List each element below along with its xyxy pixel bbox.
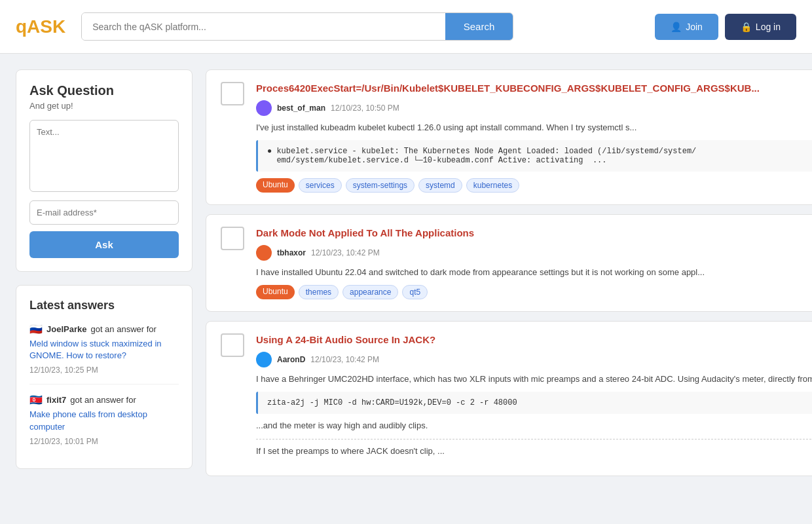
header: qASK Search 👤 Join 🔒 Log in [0,0,812,54]
answer-time: 12/10/23, 10:01 PM [29,437,98,446]
answer-user: 🇷🇺 JoelParke got an answer for [29,323,179,335]
login-button[interactable]: 🔒 Log in [725,14,796,40]
question-meta: AaronD 12/10/23, 10:42 PM [256,352,812,367]
question-text-input[interactable] [29,120,179,192]
tag-systemd[interactable]: systemd [418,178,462,193]
got-answer-text: got an answer for [90,324,156,334]
question-author: AaronD [277,355,305,364]
ask-question-subtitle: And get up! [29,101,179,111]
code-block: ● kubelet.service - kubelet: The Kuberne… [256,140,812,172]
question-card: Using A 24-Bit Audio Source In JACK? Aar… [206,321,812,476]
question-time: 12/10/23, 10:42 PM [311,248,380,257]
flag-icon: 🇰🇵 [29,394,43,406]
tag-ubuntu[interactable]: Ubuntu [256,285,295,299]
question-body-3: If I set the preamps to where JACK doesn… [256,445,812,458]
question-body: I've just installed kubeadm kubelet kube… [256,121,812,134]
search-button[interactable]: Search [445,13,513,40]
answer-user: 🇰🇵 fixit7 got an answer for [29,394,179,406]
search-bar: Search [81,12,513,41]
question-author: tbhaxor [277,248,306,257]
tag-appearance[interactable]: appearance [342,285,398,299]
answer-link[interactable]: Make phone calls from desktop computer [29,409,179,432]
ask-button[interactable]: Ask [29,231,179,258]
question-content: Dark Mode Not Applied To All The Applica… [256,227,812,299]
avatar [256,100,272,116]
vote-box [221,82,244,105]
question-meta: tbhaxor 12/10/23, 10:42 PM [256,245,812,261]
join-button[interactable]: 👤 Join [655,14,718,40]
latest-answers-title: Latest answers [29,299,179,312]
question-title[interactable]: Proces6420ExecStart=/Usr/Bin/Kubelet$KUB… [256,82,812,95]
question-vote [219,82,246,193]
question-body: I have installed Ubuntu 22.04 and switch… [256,266,812,279]
logo-q: q [16,16,27,37]
main-container: Ask Question And get up! Ask Latest answ… [0,54,812,501]
tag-qt5[interactable]: qt5 [402,285,428,299]
question-time: 12/10/23, 10:50 PM [331,103,399,113]
answer-link[interactable]: Meld window is stuck maximized in GNOME.… [29,338,179,362]
username: JoelParke [46,324,86,334]
flag-icon: 🇷🇺 [29,323,43,335]
username: fixit7 [46,395,66,405]
got-answer-text: got an answer for [70,395,136,405]
latest-answers-box: Latest answers 🇷🇺 JoelParke got an answe… [16,285,193,469]
avatar [256,352,272,367]
question-vote [219,333,246,464]
tag-system-settings[interactable]: system-settings [346,178,415,193]
question-card: Dark Mode Not Applied To All The Applica… [206,214,812,312]
code-block: zita-a2j -j MIC0 -d hw:CARD=U192k,DEV=0 … [256,392,812,414]
question-title[interactable]: Dark Mode Not Applied To All The Applica… [256,227,812,240]
logo-ask: ASK [27,16,65,37]
question-body-2: ...and the meter is way high and audibly… [256,419,812,432]
question-author: best_of_man [277,103,325,113]
vote-box [221,333,244,357]
tag-kubernetes[interactable]: kubernetes [466,178,519,193]
lock-icon: 🔒 [741,22,752,32]
question-tags: Ubuntu services system-settings systemd … [256,178,812,193]
answer-item: 🇷🇺 JoelParke got an answer for Meld wind… [29,323,179,384]
question-content: Using A 24-Bit Audio Source In JACK? Aar… [256,333,812,464]
question-content: Proces6420ExecStart=/Usr/Bin/Kubelet$KUB… [256,82,812,193]
tag-themes[interactable]: themes [299,285,339,299]
tag-services[interactable]: services [299,178,342,193]
sidebar: Ask Question And get up! Ask Latest answ… [16,69,193,485]
search-input[interactable] [82,13,445,40]
question-tags: Ubuntu themes appearance qt5 [256,285,812,299]
logo[interactable]: qASK [16,16,65,37]
tag-ubuntu[interactable]: Ubuntu [256,178,295,193]
question-title[interactable]: Using A 24-Bit Audio Source In JACK? [256,333,812,346]
question-body: I have a Behringer UMC202HD interface, w… [256,373,812,386]
question-card: Proces6420ExecStart=/Usr/Bin/Kubelet$KUB… [206,69,812,205]
user-icon: 👤 [671,22,682,32]
avatar [256,245,272,261]
ask-question-box: Ask Question And get up! Ask [16,69,193,272]
vote-box [221,227,244,250]
email-input[interactable] [29,200,179,225]
question-time: 12/10/23, 10:42 PM [310,355,379,364]
answer-time: 12/10/23, 10:25 PM [29,365,98,375]
ask-question-title: Ask Question [29,83,179,98]
header-actions: 👤 Join 🔒 Log in [655,14,796,40]
answer-item: 🇰🇵 fixit7 got an answer for Make phone c… [29,394,179,455]
questions-feed: Proces6420ExecStart=/Usr/Bin/Kubelet$KUB… [206,69,812,485]
question-meta: best_of_man 12/10/23, 10:50 PM [256,100,812,116]
question-vote [219,227,246,299]
